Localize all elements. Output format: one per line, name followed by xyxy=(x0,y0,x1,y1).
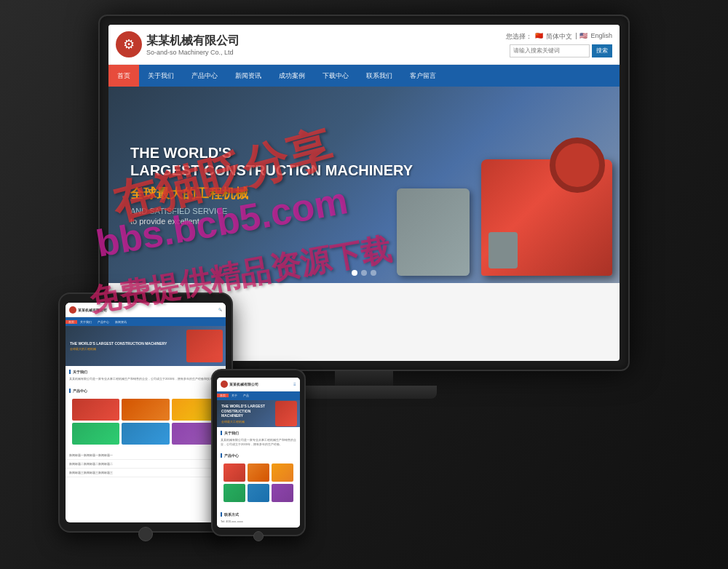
phone-hero-text: THE WORLD'S LARGEST CONSTRUCTION MACHINE… xyxy=(217,401,275,426)
monitor-base xyxy=(291,386,437,399)
tablet-hero: THE WORLD'S LARGEST CONSTRUCTION MACHINE… xyxy=(66,326,226,366)
tablet-about-title: 关于我们 xyxy=(69,370,222,374)
nav-item-contact[interactable]: 联系我们 xyxy=(357,65,401,87)
phone-logo: 某某机械有限公司 xyxy=(221,381,258,388)
phone-about-section: 关于我们 某某机械有限公司是一家专业从事工程机械生产和销售的企业，公司成立于20… xyxy=(217,427,300,450)
tablet-nav: 首页 关于我们 产品中心 新闻资讯 xyxy=(66,317,226,326)
tablet-search-icon[interactable]: 🔍 xyxy=(218,308,222,311)
nav-item-feedback[interactable]: 客户留言 xyxy=(401,65,445,87)
nav-item-home[interactable]: 首页 xyxy=(108,65,139,87)
tablet-hero-text: THE WORLD'S LARGEST CONSTRUCTION MACHINE… xyxy=(66,338,186,354)
language-switch: 您选择： 🇨🇳 简体中文 | 🇺🇸 English xyxy=(506,32,612,41)
lang-divider: | xyxy=(575,32,577,41)
search-input[interactable] xyxy=(510,44,590,57)
phone-about-title: 关于我们 xyxy=(221,431,296,435)
hero-dots xyxy=(352,270,376,276)
tablet-hero-title-en: THE WORLD'S LARGEST CONSTRUCTION MACHINE… xyxy=(70,341,182,346)
phone-contact-section: 联系方式 Tel: 400-xxx-xxxx xyxy=(217,509,300,528)
phone-products-title: 产品中心 xyxy=(221,453,296,458)
logo-company-name-en: So-and-so Machinery Co., Ltd xyxy=(146,49,240,56)
nav-item-about[interactable]: 关于我们 xyxy=(139,65,183,87)
phone-contact-text: Tel: 400-xxx-xxxx xyxy=(221,520,296,524)
tablet-website: 某某机械有限公司 🔍 首页 关于我们 产品中心 新闻资讯 THE WORLD'S… xyxy=(66,303,226,522)
phone-products-section: 产品中心 xyxy=(217,450,300,509)
phone-nav: 首页 关于 产品 xyxy=(217,391,300,399)
hero-banner: THE WORLD'S LARGEST CONSTRUCTION MACHINE… xyxy=(108,87,620,283)
phone-screen: 某某机械有限公司 ☰ 首页 关于 产品 THE WORLD'S LARGEST … xyxy=(217,378,300,528)
hero-title-line1: THE WORLD'S xyxy=(130,144,598,162)
scene: ⚙ 某某机械有限公司 So-and-so Machinery Co., Ltd … xyxy=(0,0,728,569)
nav-item-news[interactable]: 新闻资讯 xyxy=(226,65,270,87)
tablet-product-1[interactable] xyxy=(72,399,119,421)
site-topbar: ⚙ 某某机械有限公司 So-and-so Machinery Co., Ltd … xyxy=(108,25,620,65)
phone-nav-products[interactable]: 产品 xyxy=(240,394,252,397)
tablet-company-name: 某某机械有限公司 xyxy=(78,308,107,312)
tablet-product-4[interactable] xyxy=(72,423,119,445)
phone-device: 某某机械有限公司 ☰ 首页 关于 产品 THE WORLD'S LARGEST … xyxy=(211,369,306,536)
phone-hero-machinery xyxy=(275,401,297,426)
lang-cn-flag: 🇨🇳 xyxy=(535,32,543,41)
tablet-about-section: 关于我们 某某机械有限公司是一家专业从事工程机械生产和销售的企业，公司成立于20… xyxy=(66,366,226,385)
tablet-device: 某某机械有限公司 🔍 首页 关于我们 产品中心 新闻资讯 THE WORLD'S… xyxy=(58,293,233,533)
tablet-news-item-1[interactable]: 新闻标题一新闻标题一新闻标题一 xyxy=(66,451,226,460)
phone-topbar: 某某机械有限公司 ☰ xyxy=(217,378,300,391)
phone-contact-title: 联系方式 xyxy=(221,512,296,517)
logo-company-name: 某某机械有限公司 xyxy=(146,33,240,49)
tablet-product-2[interactable] xyxy=(122,399,169,421)
tablet-news-item-2[interactable]: 新闻标题二新闻标题二新闻标题二 xyxy=(66,460,226,469)
phone-product-1[interactable] xyxy=(223,463,245,482)
logo-text-block: 某某机械有限公司 So-and-so Machinery Co., Ltd xyxy=(146,33,240,56)
phone-nav-home[interactable]: 首页 xyxy=(217,394,229,397)
site-navigation: 首页 关于我们 产品中心 新闻资讯 成功案例 下载中心 联系我们 客户留言 xyxy=(108,65,620,87)
tablet-product-5[interactable] xyxy=(122,423,169,445)
lang-en-option[interactable]: English xyxy=(590,32,612,41)
tablet-news-item-3[interactable]: 新闻标题三新闻标题三新闻标题三 xyxy=(66,469,226,477)
hero-dot-3[interactable] xyxy=(371,270,376,276)
tablet-about-text: 某某机械有限公司是一家专业从事工程机械生产和销售的企业，公司成立于2000年，拥… xyxy=(69,377,222,381)
nav-item-cases[interactable]: 成功案例 xyxy=(270,65,314,87)
phone-hero-title-cn: 全球最大工程机械 xyxy=(221,420,271,423)
hero-text-area: THE WORLD'S LARGEST CONSTRUCTION MACHINE… xyxy=(108,130,620,240)
phone-product-4[interactable] xyxy=(223,484,245,502)
phone-hero-title-en: THE WORLD'S LARGEST CONSTRUCTION MACHINE… xyxy=(221,404,271,418)
hero-dot-2[interactable] xyxy=(361,270,367,276)
hero-title-cn: 全球最大的工程机械 xyxy=(130,185,598,202)
phone-product-2[interactable] xyxy=(248,463,269,482)
gear-icon: ⚙ xyxy=(116,31,142,57)
tablet-topbar: 某某机械有限公司 🔍 xyxy=(66,303,226,317)
phone-website: 某某机械有限公司 ☰ 首页 关于 产品 THE WORLD'S LARGEST … xyxy=(217,378,300,528)
phone-products-grid xyxy=(221,461,296,505)
tablet-product-grid xyxy=(69,396,222,447)
phone-nav-about[interactable]: 关于 xyxy=(229,394,240,397)
tablet-hero-machinery xyxy=(186,330,223,362)
tablet-nav-products[interactable]: 产品中心 xyxy=(95,320,112,324)
lang-label: 您选择： xyxy=(506,32,532,41)
tablet-home-button[interactable] xyxy=(138,527,153,541)
tablet-products-section: 产品中心 xyxy=(66,385,226,451)
tablet-products-title: 产品中心 xyxy=(69,389,222,393)
tablet-nav-news[interactable]: 新闻资讯 xyxy=(112,320,130,324)
tablet-nav-home[interactable]: 首页 xyxy=(66,320,77,324)
phone-product-6[interactable] xyxy=(272,484,293,502)
phone-home-button[interactable] xyxy=(253,531,264,541)
phone-product-3[interactable] xyxy=(272,463,293,482)
lang-en-flag: 🇺🇸 xyxy=(579,32,587,41)
search-button[interactable]: 搜索 xyxy=(592,44,612,57)
phone-menu-icon[interactable]: ☰ xyxy=(293,383,296,386)
phone-company-name: 某某机械有限公司 xyxy=(229,382,258,386)
tablet-news-section: 新闻标题一新闻标题一新闻标题一 新闻标题二新闻标题二新闻标题二 新闻标题三新闻标… xyxy=(66,451,226,477)
lang-cn-option[interactable]: 简体中文 xyxy=(546,32,572,41)
monitor-neck xyxy=(335,371,393,386)
nav-item-products[interactable]: 产品中心 xyxy=(183,65,226,87)
hero-subtitle-en: AND SATISFIED SERVICE xyxy=(130,207,598,215)
hero-dot-1[interactable] xyxy=(352,270,357,276)
phone-hero: THE WORLD'S LARGEST CONSTRUCTION MACHINE… xyxy=(217,400,300,428)
nav-item-download[interactable]: 下载中心 xyxy=(314,65,357,87)
phone-product-5[interactable] xyxy=(248,484,269,502)
hero-title-en: THE WORLD'S LARGEST CONSTRUCTION MACHINE… xyxy=(130,144,598,179)
tablet-logo: 某某机械有限公司 xyxy=(69,306,107,314)
tablet-gear-icon xyxy=(69,306,76,314)
phone-about-text: 某某机械有限公司是一家专业从事工程机械生产和销售的企业，公司成立于2000年，拥… xyxy=(221,438,296,446)
tablet-nav-about[interactable]: 关于我们 xyxy=(77,320,95,324)
tablet-screen: 某某机械有限公司 🔍 首页 关于我们 产品中心 新闻资讯 THE WORLD'S… xyxy=(66,303,226,522)
